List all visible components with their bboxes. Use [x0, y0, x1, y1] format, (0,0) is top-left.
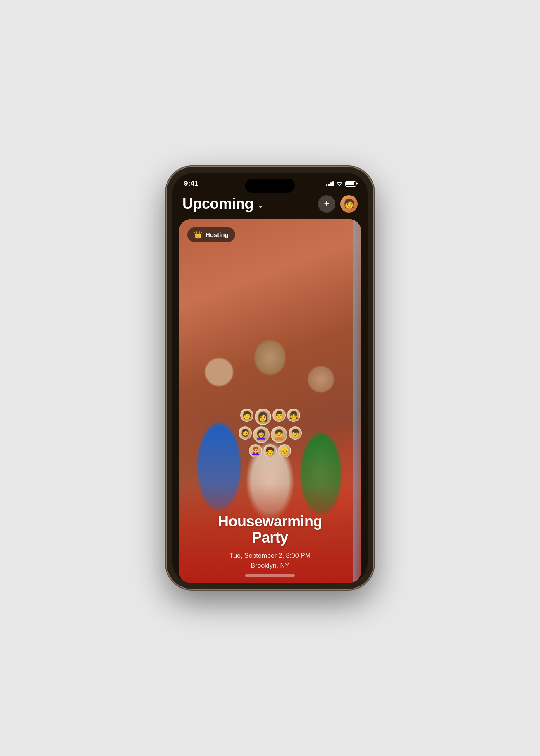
add-button[interactable]: + [318, 195, 335, 213]
attendee-avatar-2: 👩 [255, 409, 271, 425]
attendee-avatar-11: 👴 [278, 444, 291, 457]
event-date-time: Tue, September 2, 8:00 PM [187, 551, 353, 561]
event-title-line1: Housewarming [187, 513, 353, 530]
attendee-avatar-3: 👨 [272, 409, 286, 422]
avatar-emoji: 🧑 [344, 199, 355, 209]
attendee-avatar-9: 👩‍🦰 [249, 444, 262, 457]
hosting-badge: 👑 Hosting [187, 227, 235, 242]
hosting-badge-label: Hosting [205, 231, 229, 238]
phone-screen: 9:41 [172, 173, 368, 583]
header-actions: + 🧑 [318, 195, 358, 213]
battery-fill [346, 182, 354, 185]
event-location: Brooklyn, NY [187, 561, 353, 571]
phone-frame: 9:41 [167, 167, 373, 589]
app-header: Upcoming ⌄ + 🧑 [172, 191, 368, 219]
status-icons [326, 181, 356, 187]
phone-wrapper: 9:41 [162, 163, 378, 593]
signal-bar-1 [326, 184, 327, 186]
attendee-avatar-7: 🧑‍🦱 [271, 426, 287, 443]
event-datetime: Tue, September 2, 8:00 PM Brooklyn, NY [187, 551, 353, 571]
signal-bar-2 [328, 184, 330, 186]
attendee-avatar-5: 🧔 [239, 426, 252, 440]
attendee-avatar-10: 🧒 [263, 444, 277, 457]
status-time: 9:41 [184, 179, 198, 188]
header-title-group: Upcoming ⌄ [182, 195, 264, 213]
attendee-avatar-1: 🧑 [240, 409, 253, 422]
attendee-avatar-8: 👦 [289, 426, 302, 440]
next-card-peek [353, 219, 361, 583]
event-info: Housewarming Party Tue, September 2, 8:0… [179, 505, 361, 583]
dynamic-island [245, 179, 295, 193]
event-title: Housewarming Party [187, 513, 353, 546]
event-card[interactable]: 👑 Hosting 🧑 👩 👨 👧 🧔 👩‍🦱 🧑‍🦱 👦 👩‍🦰 [179, 219, 361, 583]
main-content: 👑 Hosting 🧑 👩 👨 👧 🧔 👩‍🦱 🧑‍🦱 👦 👩‍🦰 [172, 219, 368, 583]
chevron-down-icon[interactable]: ⌄ [257, 199, 264, 210]
wifi-icon [336, 181, 343, 186]
user-avatar-button[interactable]: 🧑 [340, 195, 358, 213]
home-indicator[interactable] [245, 574, 295, 577]
page-title: Upcoming [182, 195, 253, 213]
attendee-avatar-cluster: 🧑 👩 👨 👧 🧔 👩‍🦱 🧑‍🦱 👦 👩‍🦰 🧒 👴 [237, 409, 303, 457]
signal-bar-3 [330, 182, 332, 186]
attendee-avatar-4: 👧 [287, 409, 300, 422]
signal-icon [326, 181, 334, 186]
signal-bar-4 [332, 181, 334, 186]
crown-icon: 👑 [194, 231, 202, 239]
attendee-avatar-6: 👩‍🦱 [253, 426, 270, 443]
battery-icon [345, 181, 356, 187]
event-title-line2: Party [187, 529, 353, 546]
